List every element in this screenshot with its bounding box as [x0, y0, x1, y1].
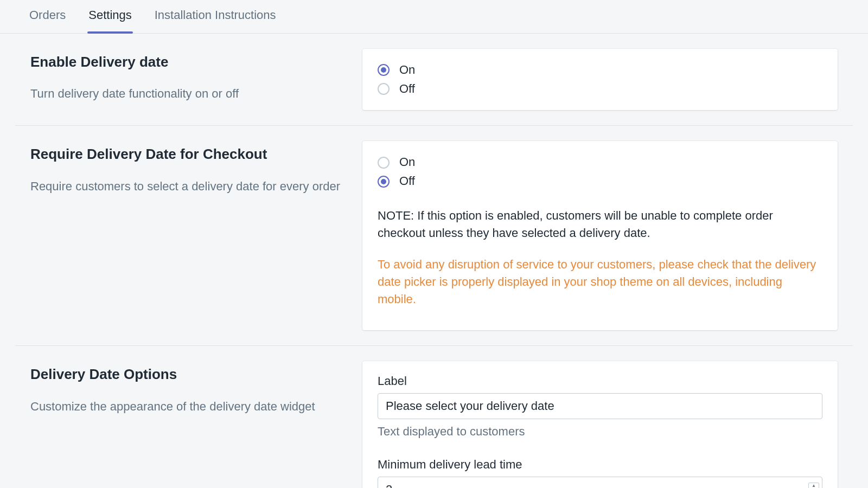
section-enable-desc: Turn delivery date functionality on or o…	[30, 86, 341, 102]
section-enable-left: Enable Delivery date Turn delivery date …	[15, 49, 341, 111]
section-options-title: Delivery Date Options	[30, 364, 341, 384]
settings-page: Orders Settings Installation Instruction…	[0, 0, 868, 488]
leadtime-field-label: Minimum delivery lead time	[378, 457, 822, 473]
enable-card: On Off	[362, 49, 838, 111]
enable-radio-on[interactable]: On	[378, 61, 822, 80]
section-options-desc: Customize the appearance of the delivery…	[30, 399, 341, 415]
enable-off-label: Off	[399, 81, 415, 98]
tab-settings[interactable]: Settings	[87, 0, 133, 33]
section-enable-right: On Off	[362, 49, 853, 111]
require-radio-off[interactable]: Off	[378, 172, 822, 191]
leadtime-field-block: Minimum delivery lead time ▲ ▼	[378, 457, 822, 488]
tab-orders[interactable]: Orders	[28, 0, 67, 33]
require-warning: To avoid any disruption of service to yo…	[378, 256, 822, 308]
spinner-up-button[interactable]: ▲	[808, 483, 819, 488]
options-card: Label Text displayed to customers Minimu…	[362, 361, 838, 488]
require-note: NOTE: If this option is enabled, custome…	[378, 207, 822, 242]
section-enable-delivery-date: Enable Delivery date Turn delivery date …	[15, 34, 853, 126]
label-field-label: Label	[378, 373, 822, 390]
number-spinner: ▲ ▼	[808, 483, 819, 488]
section-delivery-date-options: Delivery Date Options Customize the appe…	[15, 346, 853, 488]
label-help-text: Text displayed to customers	[378, 423, 822, 440]
enable-on-label: On	[399, 62, 415, 79]
section-options-right: Label Text displayed to customers Minimu…	[362, 361, 853, 488]
radio-icon	[378, 176, 390, 188]
radio-icon	[378, 64, 390, 76]
label-input[interactable]	[378, 393, 822, 419]
leadtime-input-wrap: ▲ ▼	[378, 477, 822, 488]
tab-installation-instructions[interactable]: Installation Instructions	[154, 0, 277, 33]
section-enable-title: Enable Delivery date	[30, 52, 341, 72]
section-options-left: Delivery Date Options Customize the appe…	[15, 361, 341, 488]
radio-icon	[378, 157, 390, 169]
tabs-nav: Orders Settings Installation Instruction…	[0, 0, 868, 34]
require-card: On Off NOTE: If this option is enabled, …	[362, 141, 838, 330]
section-require-right: On Off NOTE: If this option is enabled, …	[362, 141, 853, 330]
require-radio-on[interactable]: On	[378, 153, 822, 172]
radio-icon	[378, 83, 390, 95]
section-require-delivery-date: Require Delivery Date for Checkout Requi…	[15, 126, 853, 346]
leadtime-input[interactable]	[378, 477, 822, 488]
section-require-left: Require Delivery Date for Checkout Requi…	[15, 141, 341, 330]
chevron-up-icon: ▲	[812, 483, 816, 488]
section-require-title: Require Delivery Date for Checkout	[30, 144, 341, 164]
section-require-desc: Require customers to select a delivery d…	[30, 178, 341, 195]
label-field-block: Label Text displayed to customers	[378, 373, 822, 440]
require-off-label: Off	[399, 173, 415, 190]
enable-radio-off[interactable]: Off	[378, 80, 822, 99]
require-on-label: On	[399, 154, 415, 171]
